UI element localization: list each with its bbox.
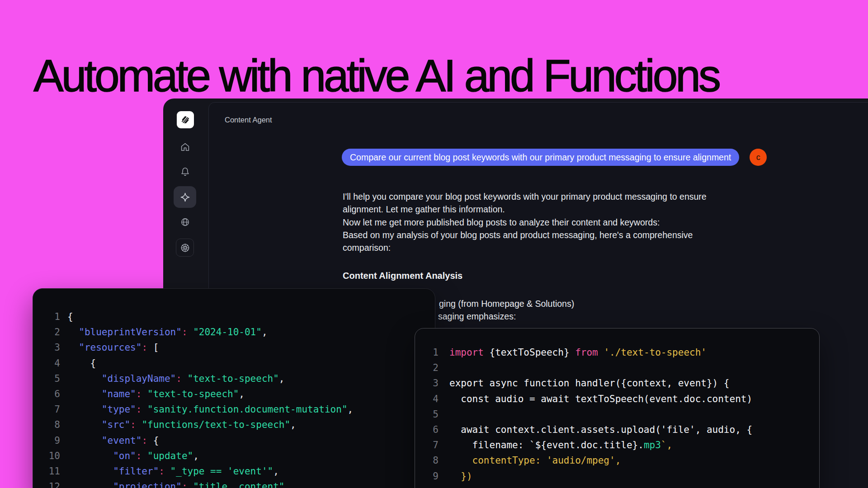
line-number: 2 <box>425 360 439 375</box>
code-line: 7 "type": "sanity.function.document-muta… <box>43 402 435 417</box>
code-text: "filter": "_type == 'event'", <box>67 464 279 479</box>
code-text: "src": "functions/text-to-speech", <box>67 417 296 432</box>
code-line: 5 "displayName": "text-to-speech", <box>43 371 435 386</box>
line-number: 6 <box>43 386 60 402</box>
bell-icon <box>180 167 190 177</box>
assistant-paragraph: I'll help you compare your blog post key… <box>343 190 725 216</box>
wheel-icon <box>180 243 190 253</box>
line-number: 3 <box>425 375 439 391</box>
code-token: "text-to-speech" <box>182 373 279 384</box>
code-token: : <box>182 327 188 338</box>
json-blueprint-code-window: 1{2 "blueprintVersion": "2024-10-01",3 "… <box>33 288 435 488</box>
code-token: contentType: 'audio/mpeg', <box>449 455 621 466</box>
code-token: : <box>142 435 147 446</box>
code-line: 1{ <box>43 309 435 324</box>
line-number: 3 <box>43 340 60 355</box>
line-number: 1 <box>43 309 60 324</box>
code-text: { <box>67 309 73 324</box>
line-number: 2 <box>43 324 60 340</box>
code-token: : <box>182 481 188 488</box>
code-token: }) <box>449 471 472 482</box>
line-number: 9 <box>425 469 439 484</box>
code-token: `, <box>661 440 672 450</box>
code-token: : <box>176 373 182 384</box>
sidebar-item-tools[interactable] <box>176 239 194 257</box>
code-token: : <box>136 389 142 399</box>
code-token: , <box>239 389 245 399</box>
code-token: "type" <box>67 404 136 415</box>
code-token: mp3 <box>644 440 661 450</box>
clipped-text-line: ging (from Homepage & Solutions) <box>439 299 574 309</box>
user-avatar: c <box>750 149 767 166</box>
sidebar-item-ai-agent-active[interactable] <box>174 186 196 208</box>
code-token: './text-to-speech' <box>604 347 707 358</box>
code-line: 1import {textToSpeech} from './text-to-s… <box>425 345 819 360</box>
sidebar-item-home[interactable] <box>180 142 190 152</box>
globe-icon <box>180 217 190 227</box>
line-number: 4 <box>425 391 439 407</box>
code-text: const audio = await textToSpeech(event.d… <box>449 391 752 407</box>
code-line: 6 await context.client.assets.upload('fi… <box>425 422 819 437</box>
code-text: filename: `${event.doc.title}.mp3`, <box>449 437 672 453</box>
line-number: 4 <box>43 356 60 371</box>
code-token: "event" <box>67 435 142 446</box>
code-text: "displayName": "text-to-speech", <box>67 371 284 386</box>
code-token: [ <box>147 342 159 353</box>
code-token: : <box>136 404 142 415</box>
sidebar-item-notifications[interactable] <box>180 167 190 177</box>
code-token: "sanity.function.document-mutation" <box>142 404 347 415</box>
code-line: 7 filename: `${event.doc.title}.mp3`, <box>425 437 819 453</box>
code-text: "resources": [ <box>67 340 159 355</box>
code-lines: 1{2 "blueprintVersion": "2024-10-01",3 "… <box>43 309 435 488</box>
code-token: , <box>290 419 296 430</box>
code-token: filename: `${event.doc.title}. <box>449 440 644 450</box>
code-text: "name": "text-to-speech", <box>67 386 245 402</box>
line-number: 5 <box>43 371 60 386</box>
code-token: "update" <box>142 450 193 461</box>
code-line: 2 <box>425 360 819 375</box>
code-text: "event": { <box>67 433 159 448</box>
code-text: "type": "sanity.function.document-mutati… <box>67 402 353 417</box>
code-token: "displayName" <box>67 373 176 384</box>
code-token: "filter" <box>67 466 159 477</box>
sparkle-icon <box>180 192 190 202</box>
code-line: 9 }) <box>425 469 819 484</box>
code-text: await context.client.assets.upload('file… <box>449 422 752 437</box>
line-number: 6 <box>425 422 439 437</box>
code-token: : <box>142 342 147 353</box>
code-token: , <box>193 450 199 461</box>
code-token: "resources" <box>67 342 142 353</box>
panel-title: Content Agent <box>225 116 272 124</box>
code-token: "2024-10-01" <box>188 327 262 338</box>
function-code-window: 1import {textToSpeech} from './text-to-s… <box>415 328 820 488</box>
code-token: , <box>273 466 279 477</box>
code-token: "src" <box>67 419 130 430</box>
code-line: 8 "src": "functions/text-to-speech", <box>43 417 435 432</box>
code-token: "title, content" <box>188 481 285 488</box>
code-line: 11 "filter": "_type == 'event'", <box>43 464 435 479</box>
code-line: 2 "blueprintVersion": "2024-10-01", <box>43 324 435 340</box>
code-token: "_type == 'event'" <box>165 466 273 477</box>
code-token: , <box>279 373 285 384</box>
code-line: 4 const audio = await textToSpeech(event… <box>425 391 819 407</box>
code-line: 10 "on": "update", <box>43 448 435 464</box>
code-token: , <box>262 327 268 338</box>
code-line: 12 "projection": "title, content" <box>43 479 435 488</box>
user-message-bubble: Compare our current blog post keywords w… <box>342 149 739 166</box>
sidebar-item-globe[interactable] <box>180 217 190 227</box>
code-line: 6 "name": "text-to-speech", <box>43 386 435 402</box>
line-number: 1 <box>425 345 439 360</box>
code-text: "projection": "title, content" <box>67 479 284 488</box>
code-token: "text-to-speech" <box>142 389 239 399</box>
code-text: import {textToSpeech} from './text-to-sp… <box>449 345 707 360</box>
code-line: 5 <box>425 407 819 422</box>
code-line: 9 "event": { <box>43 433 435 448</box>
code-line: 4 { <box>43 356 435 371</box>
analysis-heading: Content Alignment Analysis <box>343 271 462 281</box>
page-title: Automate with native AI and Functions <box>33 53 719 98</box>
code-token: export async function handler({context, … <box>449 378 730 389</box>
code-token: "blueprintVersion" <box>67 327 182 338</box>
workspace-logo-button[interactable] <box>177 111 194 128</box>
line-number: 12 <box>43 479 60 488</box>
code-token: { <box>67 311 73 322</box>
